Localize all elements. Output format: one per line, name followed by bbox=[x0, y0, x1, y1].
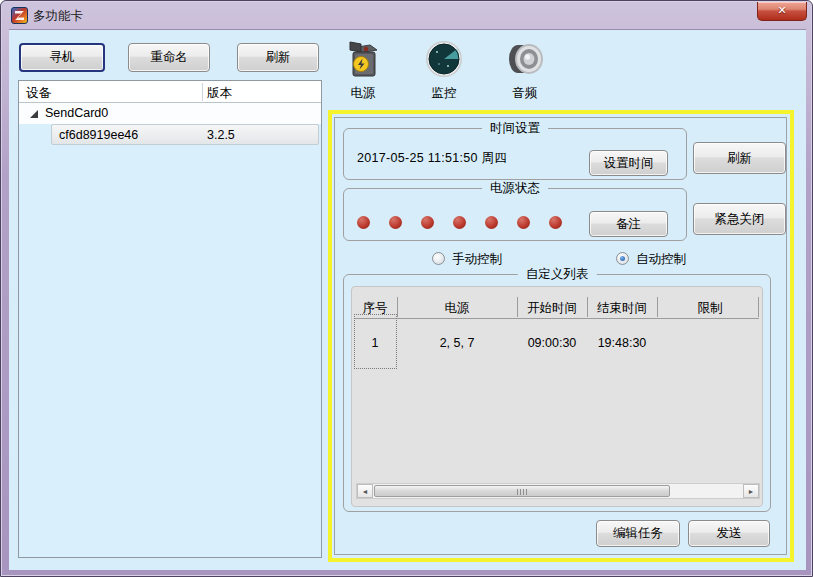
time-group-title: 时间设置 bbox=[482, 120, 548, 137]
scrollbar-thumb[interactable] bbox=[374, 485, 670, 497]
monitor-icon bbox=[424, 38, 464, 80]
horizontal-scrollbar[interactable]: ◄ ► bbox=[356, 483, 760, 499]
power-indicator-dot bbox=[453, 216, 466, 229]
dialog-content: 寻机 重命名 刷新 电源 bbox=[9, 29, 806, 570]
module-monitor[interactable]: 监控 bbox=[414, 38, 474, 102]
child-device-name: cf6d8919ee46 bbox=[59, 128, 138, 142]
power-indicator-dot bbox=[421, 216, 434, 229]
device-column-header[interactable]: 设备 bbox=[26, 85, 51, 102]
power-indicators bbox=[357, 216, 562, 229]
app-logo-icon bbox=[11, 7, 28, 24]
header-separator bbox=[657, 297, 658, 317]
power-indicator-dot bbox=[357, 216, 370, 229]
device-tree[interactable]: 设备 版本 SendCard0 cf6d8919ee46 3.2.5 bbox=[18, 80, 322, 558]
find-device-button[interactable]: 寻机 bbox=[19, 43, 105, 72]
power-indicator-dot bbox=[389, 216, 402, 229]
refresh-status-button[interactable]: 刷新 bbox=[693, 142, 786, 174]
manual-control-label[interactable]: 手动控制 bbox=[452, 251, 502, 268]
schedule-table[interactable]: 序号 电源 开始时间 结束时间 限制 1 2, 5, 7 09:00:30 19… bbox=[351, 286, 763, 507]
cell-end[interactable]: 19:48:30 bbox=[567, 336, 677, 350]
scroll-left-arrow-icon[interactable]: ◄ bbox=[357, 484, 373, 498]
child-device-version: 3.2.5 bbox=[207, 128, 235, 142]
audio-module-label: 音频 bbox=[495, 85, 555, 102]
header-end: 结束时间 bbox=[577, 300, 667, 317]
root-device-name: SendCard0 bbox=[45, 106, 108, 120]
expand-triangle-icon[interactable] bbox=[30, 110, 38, 118]
power-indicator-dot bbox=[485, 216, 498, 229]
window-title: 多功能卡 bbox=[33, 8, 83, 25]
refresh-button[interactable]: 刷新 bbox=[237, 43, 319, 72]
header-separator bbox=[587, 297, 588, 317]
monitor-module-label: 监控 bbox=[414, 85, 474, 102]
module-power[interactable]: 电源 bbox=[333, 38, 393, 102]
emergency-close-button[interactable]: 紧急关闭 bbox=[693, 203, 786, 235]
rename-button[interactable]: 重命名 bbox=[128, 43, 210, 72]
manual-control-radio[interactable] bbox=[432, 252, 445, 265]
column-separator bbox=[202, 83, 203, 101]
auto-control-label[interactable]: 自动控制 bbox=[636, 251, 686, 268]
tree-root-row[interactable]: SendCard0 bbox=[19, 103, 321, 124]
power-module-label: 电源 bbox=[333, 85, 393, 102]
header-underline bbox=[355, 318, 759, 319]
header-separator bbox=[517, 297, 518, 317]
auto-control-radio[interactable] bbox=[616, 252, 629, 265]
header-limit: 限制 bbox=[665, 300, 755, 317]
power-indicator-dot bbox=[517, 216, 530, 229]
header-separator bbox=[758, 297, 759, 317]
set-time-button[interactable]: 设置时间 bbox=[589, 150, 668, 176]
version-column-header[interactable]: 版本 bbox=[207, 85, 232, 102]
tree-child-row-selected[interactable]: cf6d8919ee46 3.2.5 bbox=[51, 124, 319, 145]
custom-list-title: 自定义列表 bbox=[518, 266, 597, 283]
window-frame: 多功能卡 ✕ 寻机 重命名 刷新 电源 bbox=[0, 0, 813, 577]
send-button[interactable]: 发送 bbox=[688, 520, 770, 547]
scroll-right-arrow-icon[interactable]: ► bbox=[743, 484, 759, 498]
close-button[interactable]: ✕ bbox=[757, 2, 807, 21]
edit-task-button[interactable]: 编辑任务 bbox=[596, 520, 680, 547]
power-icon bbox=[344, 38, 382, 80]
titlebar[interactable]: 多功能卡 ✕ bbox=[1, 1, 812, 29]
power-group-title: 电源状态 bbox=[482, 180, 548, 197]
audio-icon bbox=[504, 38, 546, 80]
module-audio[interactable]: 音频 bbox=[495, 38, 555, 102]
current-datetime: 2017-05-25 11:51:50 周四 bbox=[357, 150, 507, 167]
header-separator bbox=[397, 297, 398, 317]
tree-header: 设备 版本 bbox=[19, 81, 321, 103]
cell-power[interactable]: 2, 5, 7 bbox=[402, 336, 512, 350]
header-power: 电源 bbox=[412, 300, 502, 317]
remark-button[interactable]: 备注 bbox=[589, 211, 668, 237]
scrollbar-grip-icon bbox=[517, 489, 527, 495]
power-indicator-dot bbox=[549, 216, 562, 229]
